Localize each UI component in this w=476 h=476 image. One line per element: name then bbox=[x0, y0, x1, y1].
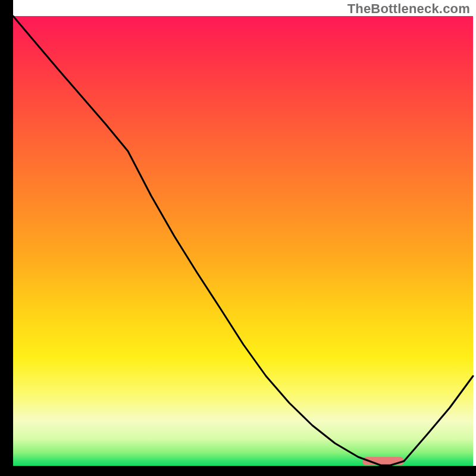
y-axis bbox=[0, 0, 13, 476]
x-axis bbox=[0, 466, 476, 476]
heat-gradient-background bbox=[13, 16, 473, 466]
plot-area bbox=[13, 16, 473, 466]
optimal-range-marker bbox=[362, 457, 404, 465]
chart-stage: TheBottleneck.com bbox=[0, 0, 476, 476]
watermark-text: TheBottleneck.com bbox=[347, 1, 470, 17]
